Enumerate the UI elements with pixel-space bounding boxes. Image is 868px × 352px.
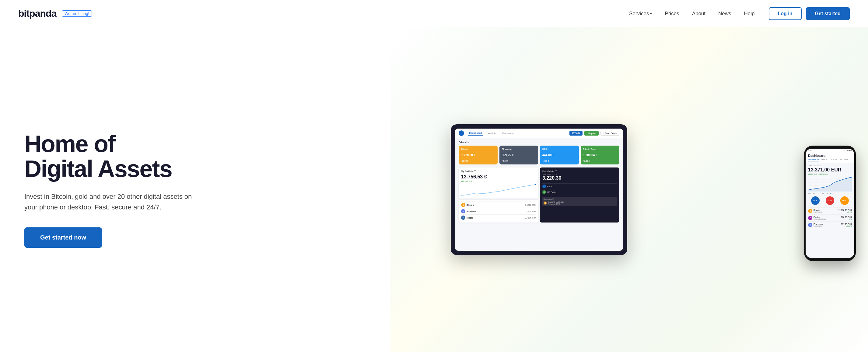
phone-app-title: Dashboard xyxy=(808,154,852,157)
bitcoin-card-change: -21,98 € xyxy=(461,160,495,162)
fiat-wallets-card: Fiat Wallets ⓘ Total funds in EUR 3.220,… xyxy=(540,168,619,222)
dash-card-change: +2,90 € xyxy=(542,160,577,162)
app-deposit-button[interactable]: ↓ Deposit xyxy=(584,131,599,136)
upcoming-bitcoin-icon: ₿ xyxy=(544,202,547,205)
dash-card: DASH 444,00 € +2,90 € xyxy=(540,146,579,165)
fiat-title: Fiat Wallets ⓘ xyxy=(542,170,617,173)
upcoming-item: ₿ Buy BTC for 15,00 € Tomorrow, 12:00 xyxy=(544,201,616,205)
svg-point-0 xyxy=(535,184,536,185)
app-header-right: ⇄ Trade ↓ Deposit ↑ Send Coins xyxy=(569,131,619,136)
phone-device: 3:19 ▲ ☁ 90% Dashboard PORTFOLIO FUNDS C… xyxy=(804,146,856,261)
app-header: b Dashboard Wallets Pricewatch ⇄ Trade ↓… xyxy=(455,129,623,138)
phone-bitcoin-change: +0,7% xyxy=(838,211,852,213)
tablet-screen: b Dashboard Wallets Pricewatch ⇄ Trade ↓… xyxy=(455,129,623,251)
phone-asset-list: ₿ Bitcoin 0,1378 BTC 12.138,76 EUR +0,7% xyxy=(808,207,852,228)
main-nav: Services ▾ Prices About News Help Log in… xyxy=(624,7,850,20)
phone-time-1w[interactable]: 1W xyxy=(826,193,828,195)
ethereum-asset-amount: 2,759 ETH xyxy=(526,210,536,212)
phone-ethereum-change: +10,0% xyxy=(841,225,852,227)
phone-pantos-item: P Pantos 5.891,9118 PAN 500,00 EUR +0% xyxy=(808,214,852,221)
app-header-left: b Dashboard Wallets Pricewatch xyxy=(459,131,517,136)
phone-ethereum-sub: 0,8403 ETH xyxy=(813,225,823,227)
portfolio-column: My Portfolio ⓘ 13.756,53 € +20,10 € (24h… xyxy=(459,168,538,222)
phone-time-1y[interactable]: 1Y xyxy=(817,193,819,195)
ethereum-card-change: +4,50 € xyxy=(502,160,536,162)
ethereum-asset-icon: Ξ xyxy=(461,209,465,213)
hero-cta-button[interactable]: Get started now xyxy=(24,227,102,248)
phone-time-tabs: ALL TIME 1Y 1M 1W 1D xyxy=(808,193,852,195)
asset-list: ₿ Bitcoin 1,1522 BTC Ξ Ethereum xyxy=(459,200,538,222)
fiat-total-value: 3.220,30 xyxy=(542,175,617,181)
phone-bitcoin-icon: ₿ xyxy=(808,209,812,213)
nav-prices[interactable]: Prices xyxy=(660,8,684,20)
bitcoin-asset-item: ₿ Bitcoin 1,1522 BTC xyxy=(461,202,536,208)
phone-time-1m[interactable]: 1M xyxy=(822,193,824,195)
phone-ethereum-name: Ethereum xyxy=(813,223,823,225)
phone-value-label: CURRENT VALUE xyxy=(808,165,852,167)
nav-help[interactable]: Help xyxy=(739,8,760,20)
upcoming-section: Upcoming ⓘ ₿ Buy BTC for 15,00 € Tomorro… xyxy=(542,197,617,206)
ripple-asset-name: Ripple xyxy=(467,217,473,219)
phone-bitcoin-sub: 0,1378 BTC xyxy=(813,211,823,213)
ripple-asset-item: ✕ Ripple 0,7594 XRP xyxy=(461,214,536,221)
phone-buy-button[interactable]: BUY xyxy=(811,197,819,205)
phone-app-header: Dashboard PORTFOLIO FUNDS CHARTS ACTIVIT… xyxy=(806,152,854,163)
dash-card-name: DASH xyxy=(542,148,577,150)
ethereum-card-name: Ethereum xyxy=(502,148,536,150)
bitcoin-asset-icon: ₿ xyxy=(461,203,465,207)
dash-card-value: 444,00 € xyxy=(542,153,577,157)
ethereum-asset-name: Ethereum xyxy=(467,210,476,212)
phone-current-value: 13.371,00 EUR xyxy=(808,167,852,173)
bitcoin-card: Bitcoin 7.770,80 € -21,98 € xyxy=(459,146,498,165)
bitcoin-asset-name: Bitcoin xyxy=(467,204,474,206)
bitcoin-card-value: 7.770,80 € xyxy=(461,153,495,157)
phone-pantos-sub: 5.891,9118 PAN xyxy=(813,218,826,220)
hero-content: Home of Digital Assets Invest in Bitcoin… xyxy=(24,132,222,247)
phone-ethereum-value: 951,23 EUR xyxy=(841,223,852,225)
phone-tab-activity[interactable]: ACTIVITY xyxy=(840,159,848,162)
get-started-button[interactable]: Get started xyxy=(806,7,850,20)
bitcoin-asset-amount: 1,1522 BTC xyxy=(525,204,536,206)
euro-item: € Euro xyxy=(542,183,617,189)
phone-time: 3:19 xyxy=(808,149,811,151)
app-tab-pricewatch[interactable]: Pricewatch xyxy=(501,131,517,135)
nav-about[interactable]: About xyxy=(687,8,710,20)
app-body: Prices ⓘ Bitcoin 7.770,80 € -21,98 € Eth… xyxy=(455,138,623,225)
phone-send-button[interactable]: SEND xyxy=(840,197,849,205)
hiring-badge[interactable]: We are hiring! xyxy=(62,10,92,17)
portfolio-change: +20,10 € (24h) xyxy=(461,180,536,182)
phone-tabs: PORTFOLIO FUNDS CHARTS ACTIVITY xyxy=(808,159,852,162)
phone-status-bar: 3:19 ▲ ☁ 90% xyxy=(806,149,854,152)
phone-sell-button[interactable]: SELL xyxy=(826,197,834,205)
ethereum-card: Ethereum 569,25 € +4,50 € xyxy=(499,146,538,165)
portfolio-card: My Portfolio ⓘ 13.756,53 € +20,10 € (24h… xyxy=(459,168,538,199)
header: bitpanda We are hiring! Services ▾ Price… xyxy=(0,0,868,27)
app-send-button[interactable]: ↑ Send Coins xyxy=(600,131,619,136)
hero-section: Home of Digital Assets Invest in Bitcoin… xyxy=(0,27,868,352)
app-trade-button[interactable]: ⇄ Trade xyxy=(569,131,583,136)
phone-action-buttons: BUY SELL SEND xyxy=(808,197,852,205)
phone-screen: 3:19 ▲ ☁ 90% Dashboard PORTFOLIO FUNDS C… xyxy=(806,149,854,258)
phone-tab-charts[interactable]: CHARTS xyxy=(830,159,838,162)
phone-time-1d[interactable]: 1D xyxy=(830,193,832,195)
app-tab-dashboard[interactable]: Dashboard xyxy=(468,131,483,136)
phone-pantos-name: Pantos xyxy=(813,216,826,218)
usd-label: US Dollar xyxy=(547,191,556,193)
login-button[interactable]: Log in xyxy=(769,7,802,20)
phone-pantos-change: +0% xyxy=(841,218,852,220)
prices-section-label: Prices ⓘ xyxy=(459,140,619,144)
upcoming-title: Upcoming ⓘ xyxy=(544,198,616,201)
app-tab-wallets[interactable]: Wallets xyxy=(487,131,498,135)
euro-icon: € xyxy=(542,184,546,188)
ripple-asset-amount: 0,7594 XRP xyxy=(525,217,536,219)
nav-services[interactable]: Services ▾ xyxy=(624,8,657,20)
usd-item: $ US Dollar xyxy=(542,189,617,195)
bch-card: Bitcoin Cash 1.280,04 € +3,30 € xyxy=(581,146,620,165)
phone-tab-funds[interactable]: FUNDS xyxy=(821,159,828,162)
phone-tab-portfolio[interactable]: PORTFOLIO xyxy=(808,159,819,162)
nav-news[interactable]: News xyxy=(713,8,736,20)
phone-chart xyxy=(808,176,852,191)
bitcoin-card-name: Bitcoin xyxy=(461,148,495,150)
logo[interactable]: bitpanda xyxy=(18,8,56,19)
phone-time-alltime[interactable]: ALL TIME xyxy=(808,193,816,195)
